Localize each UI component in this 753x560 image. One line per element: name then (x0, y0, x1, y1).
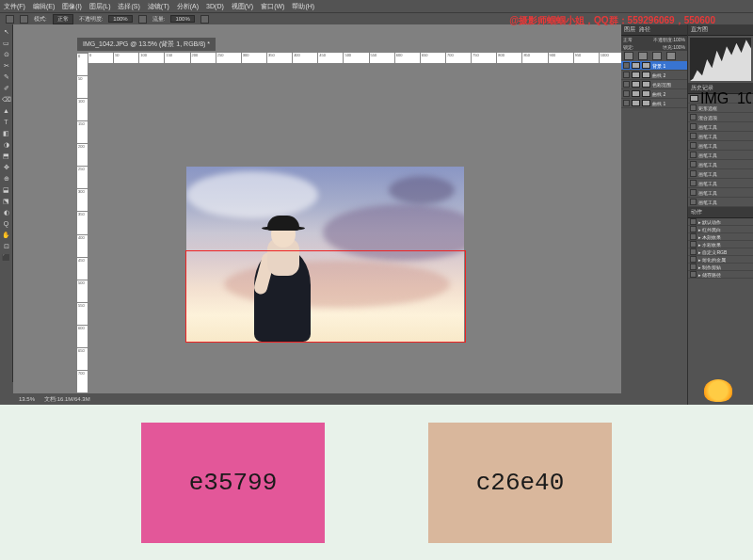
menu-bar: 文件(F) 编辑(E) 图像(I) 图层(L) 选择(S) 滤镜(T) 分析(A… (0, 0, 753, 12)
history-row[interactable]: 画笔工具 (688, 179, 753, 188)
fill-value[interactable]: 100% (673, 44, 685, 50)
tool-2[interactable]: ⊙ (1, 49, 11, 59)
lock-pixels-icon[interactable] (638, 52, 648, 60)
history-row[interactable]: 画笔工具 (688, 122, 753, 132)
menu-view[interactable]: 视图(V) (232, 2, 253, 11)
action-row[interactable]: ▸ 红外黑白 (688, 226, 753, 233)
menu-window[interactable]: 窗口(W) (261, 2, 284, 11)
document-tab[interactable]: IMG_1042.JPG @ 13.5% (背景 1, RGB/8) * (77, 38, 216, 51)
tool-11[interactable]: ⬒ (1, 151, 11, 161)
canvas[interactable] (88, 63, 624, 415)
action-row[interactable]: ▸ 熔化的金属 (688, 256, 753, 264)
tool-1[interactable]: ▭ (1, 38, 11, 48)
visibility-icon[interactable] (623, 62, 630, 69)
photoshop-window: 文件(F) 编辑(E) 图像(I) 图层(L) 选择(S) 滤镜(T) 分析(A… (0, 0, 753, 405)
history-row[interactable]: 矩形选框 (688, 104, 753, 113)
tool-7[interactable]: ▲ (1, 105, 11, 116)
tool-16[interactable]: ◐ (1, 207, 11, 217)
layer-row[interactable]: 色彩范围 (621, 80, 687, 89)
action-toggle-icon[interactable] (690, 233, 697, 240)
tool-3[interactable]: ✂ (1, 60, 11, 71)
visibility-icon[interactable] (623, 81, 630, 88)
tab-actions[interactable]: 动作 (691, 208, 702, 216)
tool-9[interactable]: ◧ (1, 128, 11, 138)
flow-input[interactable]: 100% (170, 15, 194, 23)
history-row[interactable]: 画笔工具 (688, 188, 753, 198)
visibility-icon[interactable] (623, 90, 630, 97)
tool-19[interactable]: ⊡ (1, 241, 11, 251)
tool-18[interactable]: ✋ (1, 230, 11, 240)
action-toggle-icon[interactable] (690, 248, 697, 255)
tool-10[interactable]: ◑ (1, 139, 11, 150)
tool-8[interactable]: T (1, 117, 11, 127)
menu-layer[interactable]: 图层(L) (89, 2, 111, 11)
zoom-level[interactable]: 13.5% (19, 396, 35, 402)
pressure-opacity-icon[interactable] (138, 15, 147, 24)
history-row[interactable]: 画笔工具 (688, 169, 753, 179)
tool-6[interactable]: ⌫ (1, 94, 11, 104)
tool-5[interactable]: ✐ (1, 83, 11, 93)
action-name: ▸ 红外黑白 (698, 227, 721, 232)
action-row[interactable]: ▸ 默认动作 (688, 218, 753, 226)
lock-all-icon[interactable] (666, 52, 676, 60)
action-row[interactable]: ▸ 木刻效果 (688, 233, 753, 241)
opacity-input[interactable]: 100% (108, 15, 132, 23)
layer-name: 曲线 2 (652, 72, 665, 78)
action-toggle-icon[interactable] (690, 226, 697, 232)
action-toggle-icon[interactable] (690, 264, 697, 270)
layer-row[interactable]: 背景 1 (621, 61, 687, 71)
action-toggle-icon[interactable] (690, 218, 697, 225)
tool-15[interactable]: ⬔ (1, 196, 11, 206)
history-row[interactable]: 画笔工具 (688, 141, 753, 151)
tool-0[interactable]: ↖ (1, 26, 11, 37)
lock-position-icon[interactable] (652, 52, 662, 60)
action-toggle-icon[interactable] (690, 256, 697, 263)
menu-select[interactable]: 选择(S) (118, 2, 139, 11)
history-row[interactable]: 画笔工具 (688, 160, 753, 169)
blend-mode-dropdown[interactable]: 正常 (623, 37, 633, 42)
tool-12[interactable]: ✥ (1, 162, 11, 172)
mode-dropdown[interactable]: 正常 (53, 14, 73, 24)
layer-thumb (632, 90, 640, 97)
action-name: ▸ 自定义RGB (698, 249, 727, 255)
history-step: 画笔工具 (698, 171, 717, 177)
menu-help[interactable]: 帮助(H) (292, 2, 314, 11)
tool-4[interactable]: ✎ (1, 72, 11, 82)
tool-preset-icon[interactable] (6, 15, 14, 24)
airbrush-icon[interactable] (200, 15, 209, 24)
menu-file[interactable]: 文件(F) (4, 2, 25, 11)
tool-13[interactable]: ⊕ (1, 173, 11, 184)
menu-3d[interactable]: 3D(D) (206, 3, 224, 9)
layer-row[interactable]: 曲线 2 (621, 89, 687, 99)
lock-transparent-icon[interactable] (624, 52, 633, 60)
canvas-shell: IMG_1042.JPG @ 13.5% (背景 1, RGB/8) * 050… (13, 24, 621, 405)
tool-20[interactable]: ⬛ (1, 252, 11, 263)
menu-edit[interactable]: 编辑(E) (33, 2, 55, 11)
history-source-thumb[interactable] (690, 95, 698, 102)
layer-row[interactable]: 曲线 2 (621, 71, 687, 80)
menu-image[interactable]: 图像(I) (62, 2, 82, 11)
history-row[interactable]: 画笔工具 (688, 132, 753, 141)
menu-filter[interactable]: 滤镜(T) (148, 2, 169, 11)
menu-analysis[interactable]: 分析(A) (177, 2, 199, 11)
opacity-panel-value[interactable]: 100% (673, 37, 685, 42)
visibility-icon[interactable] (623, 100, 630, 106)
layers-list: 背景 1曲线 2色彩范围曲线 2曲线 1 (621, 61, 687, 405)
history-step: 画笔工具 (698, 200, 717, 205)
history-row[interactable]: 画笔工具 (688, 198, 753, 207)
layer-row[interactable]: 曲线 1 (621, 99, 687, 108)
action-toggle-icon[interactable] (690, 271, 697, 278)
history-row[interactable]: 画笔工具 (688, 151, 753, 160)
brush-preset-icon[interactable] (20, 15, 28, 24)
visibility-icon[interactable] (623, 72, 630, 78)
tool-17[interactable]: Q (1, 218, 11, 229)
history-step-icon (690, 161, 697, 168)
vertical-ruler: 0501001502002503003504004505005506006507… (77, 53, 88, 415)
action-toggle-icon[interactable] (690, 241, 697, 248)
action-row[interactable]: ▸ 储存路径 (688, 271, 753, 279)
action-row[interactable]: ▸ 制作剪贴 (688, 264, 753, 271)
history-row[interactable]: 混合选项 (688, 113, 753, 122)
action-row[interactable]: ▸ 水彩效果 (688, 241, 753, 248)
tool-14[interactable]: ⬓ (1, 184, 11, 195)
action-row[interactable]: ▸ 自定义RGB (688, 248, 753, 256)
